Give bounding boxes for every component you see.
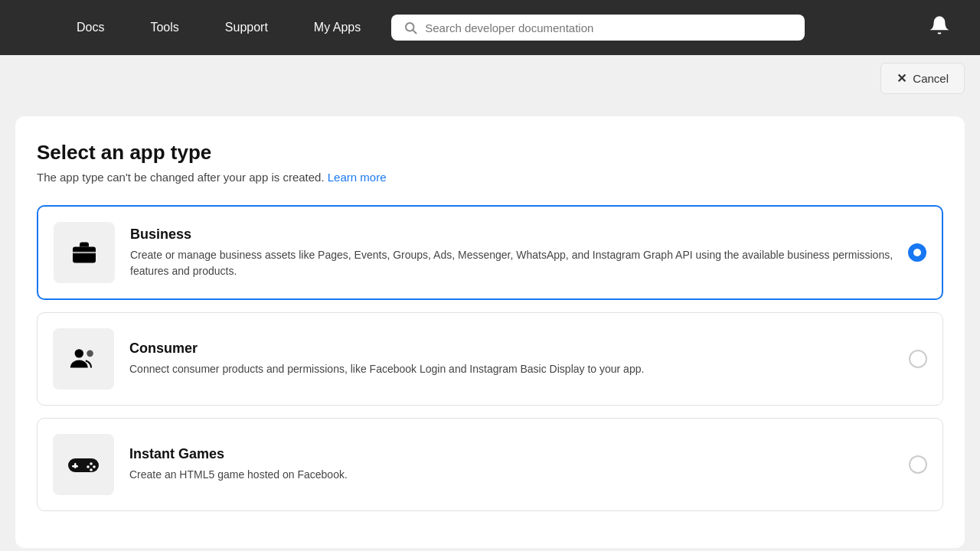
business-content: Business Create or manage business asset…	[130, 227, 908, 279]
nav-link-tools[interactable]: Tools	[150, 21, 178, 34]
gamepad-icon	[67, 452, 100, 477]
nav-links: Docs Tools Support My Apps	[77, 21, 361, 34]
svg-point-6	[87, 350, 93, 357]
svg-rect-2	[73, 247, 96, 263]
games-icon-container	[53, 434, 114, 495]
svg-point-10	[90, 462, 93, 465]
svg-rect-9	[72, 465, 78, 468]
app-option-business[interactable]: Business Create or manage business asset…	[37, 205, 943, 300]
search-box	[391, 15, 805, 41]
consumer-title: Consumer	[129, 341, 909, 357]
games-content: Instant Games Create an HTML5 game hoste…	[129, 446, 909, 483]
svg-line-1	[413, 30, 416, 33]
search-input[interactable]	[425, 21, 792, 34]
business-title: Business	[130, 227, 908, 243]
svg-point-12	[87, 465, 90, 468]
learn-more-link[interactable]: Learn more	[328, 171, 387, 184]
nav-link-docs[interactable]: Docs	[77, 21, 104, 34]
games-radio[interactable]	[909, 455, 927, 474]
svg-rect-7	[68, 458, 99, 472]
cancel-x-icon: ✕	[897, 71, 906, 86]
briefcase-icon	[70, 239, 98, 266]
nav-link-myapps[interactable]: My Apps	[314, 21, 361, 34]
bell-icon[interactable]	[929, 15, 949, 40]
app-type-card: Select an app type The app type can't be…	[15, 116, 965, 548]
games-description: Create an HTML5 game hosted on Facebook.	[129, 467, 909, 483]
navbar: Docs Tools Support My Apps	[0, 0, 980, 55]
svg-point-11	[93, 465, 96, 468]
business-description: Create or manage business assets like Pa…	[130, 247, 908, 279]
svg-point-5	[75, 349, 83, 357]
cancel-label: Cancel	[913, 72, 949, 85]
business-radio[interactable]	[908, 243, 926, 262]
games-title: Instant Games	[129, 446, 909, 462]
consumer-content: Consumer Connect consumer products and p…	[129, 341, 909, 377]
cancel-button[interactable]: ✕ Cancel	[880, 63, 965, 94]
search-icon	[403, 21, 417, 34]
page-title: Select an app type	[37, 141, 943, 165]
main-content: ✕ Cancel Select an app type The app type…	[0, 55, 980, 551]
subtitle-text: The app type can't be changed after your…	[37, 171, 325, 184]
svg-point-13	[90, 468, 93, 471]
people-icon	[68, 345, 99, 373]
search-container	[391, 15, 805, 41]
consumer-description: Connect consumer products and permission…	[129, 361, 909, 377]
page-subtitle: The app type can't be changed after your…	[37, 171, 943, 184]
consumer-radio[interactable]	[909, 350, 927, 368]
app-option-consumer[interactable]: Consumer Connect consumer products and p…	[37, 312, 943, 406]
app-option-instant-games[interactable]: Instant Games Create an HTML5 game hoste…	[37, 418, 943, 511]
nav-link-support[interactable]: Support	[225, 21, 268, 34]
consumer-icon-container	[53, 328, 114, 390]
business-icon-container	[54, 222, 115, 283]
